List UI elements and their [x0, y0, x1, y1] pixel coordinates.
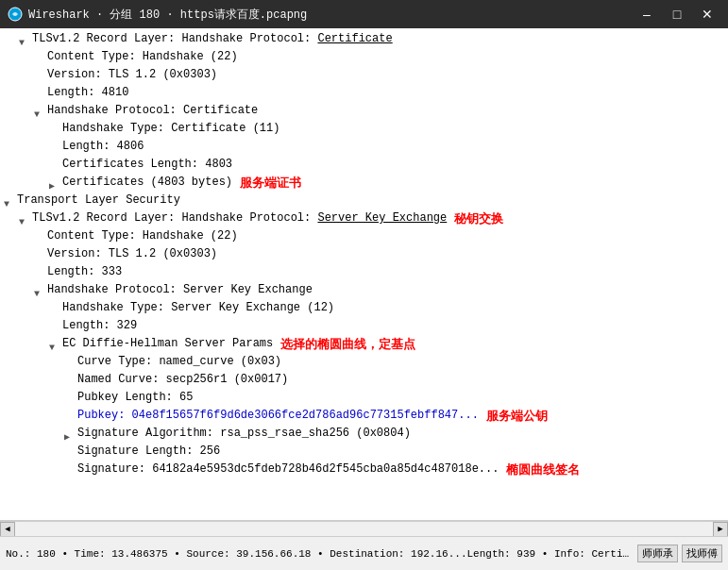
tree-line-text: Version: TLS 1.2 (0x0303) [47, 66, 217, 84]
collapse-arrow-icon[interactable]: ▼ [34, 285, 45, 296]
tree-line-text: TLSv1.2 Record Layer: Handshake Protocol… [32, 30, 393, 48]
tree-line-text: TLSv1.2 Record Layer: Handshake Protocol… [32, 210, 447, 227]
tree-line[interactable]: Signature: 64182a4e5953dc5fdeb728b46d2f5… [0, 461, 728, 478]
tree-line[interactable]: Pubkey Length: 65 [0, 389, 728, 407]
tree-line-underline-text: Certificate [317, 32, 392, 45]
tree-line[interactable]: ▶Certificates (4803 bytes)服务端证书 [0, 174, 728, 192]
tree-line-text: Length: 333 [47, 263, 122, 281]
tree-line[interactable]: ▶Signature Algorithm: rsa_pss_rsae_sha25… [0, 425, 728, 443]
status-bar: No.: 180 • Time: 13.486375 • Source: 39.… [0, 536, 728, 570]
tree-line[interactable]: Length: 4806 [0, 138, 728, 156]
tree-line-text: Signature Length: 256 [77, 443, 220, 461]
tree-line-text: Certificates Length: 4803 [62, 156, 232, 174]
tree-line-text: Content Type: Handshake (22) [47, 48, 238, 66]
tree-line-annotation: 服务端公钥 [486, 407, 548, 425]
tree-line-annotation: 椭圆曲线签名 [506, 461, 580, 478]
tree-line[interactable]: Content Type: Handshake (22) [0, 227, 728, 245]
tree-line[interactable]: Content Type: Handshake (22) [0, 48, 728, 66]
tree-line-text: Signature: 64182a4e5953dc5fdeb728b46d2f5… [77, 461, 499, 478]
status-btn-2[interactable]: 找师傅 [682, 545, 722, 562]
expand-arrow-icon[interactable]: ▶ [64, 428, 76, 440]
title-bar: Wireshark · 分组 180 · https请求百度.pcapng – … [0, 0, 728, 28]
tree-line-annotation: 服务端证书 [240, 174, 301, 192]
tree-line[interactable]: ▼EC Diffie-Hellman Server Params选择的椭圆曲线，… [0, 335, 728, 353]
tree-line-text: Length: 4806 [62, 138, 144, 156]
tree-line-text: Handshake Type: Server Key Exchange (12) [62, 299, 334, 317]
tree-line-text: Certificates (4803 bytes) [62, 174, 232, 192]
collapse-arrow-icon[interactable]: ▼ [49, 339, 60, 350]
tree-line[interactable]: ▼Handshake Protocol: Certificate [0, 102, 728, 120]
tree-line[interactable]: Handshake Type: Server Key Exchange (12) [0, 299, 728, 317]
tree-line-text: Length: 329 [62, 317, 137, 335]
tree-line[interactable]: Handshake Type: Certificate (11) [0, 120, 728, 138]
tree-line-text: Content Type: Handshake (22) [47, 227, 238, 245]
tree-line[interactable]: Signature Length: 256 [0, 443, 728, 461]
tree-line[interactable]: Length: 4810 [0, 84, 728, 102]
tree-line[interactable]: Certificates Length: 4803 [0, 156, 728, 174]
tree-line-text: Handshake Protocol: Server Key Exchange [47, 281, 313, 299]
tree-line[interactable]: ▼Transport Layer Security [0, 192, 728, 210]
minimize-button[interactable]: – [634, 4, 660, 25]
tree-line[interactable]: Curve Type: named_curve (0x03) [0, 353, 728, 371]
tree-line-annotation: 选择的椭圆曲线，定基点 [280, 335, 415, 353]
hscroll-track[interactable] [15, 522, 713, 536]
tree-line-text: Pubkey Length: 65 [77, 389, 193, 407]
packet-detail-panel[interactable]: ▼TLSv1.2 Record Layer: Handshake Protoco… [0, 28, 728, 521]
tree-line[interactable]: Length: 333 [0, 263, 728, 281]
tree-line-text: Version: TLS 1.2 (0x0303) [47, 245, 217, 263]
tree-line[interactable]: ▼TLSv1.2 Record Layer: Handshake Protoco… [0, 210, 728, 227]
collapse-arrow-icon[interactable]: ▼ [34, 106, 45, 117]
tree-line[interactable]: Named Curve: secp256r1 (0x0017) [0, 371, 728, 389]
title-bar-left: Wireshark · 分组 180 · https请求百度.pcapng [8, 7, 307, 23]
tree-line-underline-text: Server Key Exchange [317, 211, 447, 225]
tree-line-text: Named Curve: secp256r1 (0x0017) [77, 371, 288, 389]
tree-line-text: Transport Layer Security [17, 192, 180, 210]
tree-line[interactable]: ▼Handshake Protocol: Server Key Exchange [0, 281, 728, 299]
hscroll-right-button[interactable]: ▶ [713, 522, 728, 537]
close-button[interactable]: ✕ [694, 4, 720, 25]
expand-arrow-icon[interactable]: ▶ [49, 177, 60, 189]
status-right-buttons: 师师承 找师傅 [637, 545, 722, 562]
status-text: No.: 180 • Time: 13.486375 • Source: 39.… [6, 548, 634, 560]
tree-line[interactable]: Length: 329 [0, 317, 728, 335]
tree-line-text: Length: 4810 [47, 84, 128, 102]
maximize-button[interactable]: □ [664, 4, 690, 25]
tree-line-text: Pubkey: 04e8f15657f6f9d6de3066fce2d786ad… [77, 407, 479, 425]
tree-line-text: Signature Algorithm: rsa_pss_rsae_sha256… [77, 425, 411, 443]
status-btn-1[interactable]: 师师承 [637, 545, 678, 562]
horizontal-scrollbar[interactable]: ◀ ▶ [0, 521, 728, 536]
collapse-arrow-icon[interactable]: ▼ [19, 34, 30, 45]
tree-line[interactable]: Version: TLS 1.2 (0x0303) [0, 245, 728, 263]
tree-line-text: Handshake Type: Certificate (11) [62, 120, 279, 138]
title-bar-controls: – □ ✕ [634, 4, 720, 25]
tree-line-annotation: 秘钥交换 [454, 210, 503, 227]
wireshark-icon [8, 7, 23, 22]
collapse-arrow-icon[interactable]: ▼ [19, 213, 30, 225]
tree-line[interactable]: Pubkey: 04e8f15657f6f9d6de3066fce2d786ad… [0, 407, 728, 425]
tree-line[interactable]: Version: TLS 1.2 (0x0303) [0, 66, 728, 84]
tree-line-text: EC Diffie-Hellman Server Params [62, 335, 273, 353]
tree-line-text: Curve Type: named_curve (0x03) [77, 353, 281, 371]
tree-line-text: Handshake Protocol: Certificate [47, 102, 258, 120]
tree-line[interactable]: ▼TLSv1.2 Record Layer: Handshake Protoco… [0, 30, 728, 48]
hscroll-left-button[interactable]: ◀ [0, 522, 15, 537]
collapse-arrow-icon[interactable]: ▼ [4, 195, 15, 207]
title-bar-title: Wireshark · 分组 180 · https请求百度.pcapng [28, 7, 307, 23]
